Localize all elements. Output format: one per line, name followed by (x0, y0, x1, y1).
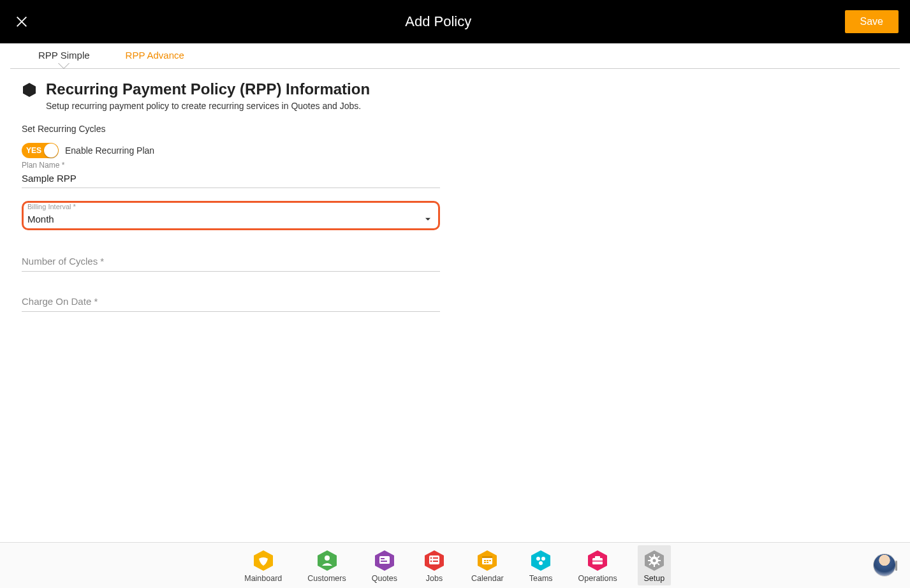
nav-jobs-label: Jobs (426, 574, 443, 583)
svg-rect-19 (484, 560, 486, 561)
svg-rect-37 (648, 560, 650, 561)
svg-marker-2 (23, 83, 36, 97)
form-area: Set Recurring Cycles YES Enable Recurrin… (22, 124, 440, 312)
shield-icon (252, 549, 275, 572)
document-icon (373, 549, 396, 572)
billing-interval-text: Month (27, 214, 54, 224)
svg-rect-9 (381, 561, 387, 562)
nav-customers-label: Customers (307, 574, 346, 583)
svg-marker-24 (531, 550, 550, 571)
cube-icon (22, 82, 37, 98)
close-button[interactable] (11, 11, 32, 32)
enable-recurring-toggle[interactable]: YES (22, 143, 59, 158)
nav-teams-label: Teams (529, 574, 553, 583)
svg-rect-18 (482, 556, 492, 558)
svg-rect-11 (429, 555, 439, 564)
nav-quotes[interactable]: Quotes (367, 545, 402, 585)
plan-name-label: Plan Name * (22, 161, 440, 170)
svg-rect-21 (489, 560, 491, 561)
svg-rect-36 (654, 564, 655, 567)
svg-rect-38 (658, 560, 661, 561)
section-subtitle: Setup recurring payment policy to create… (46, 101, 888, 111)
num-cycles-field[interactable]: Number of Cycles * (22, 249, 440, 272)
nav-teams[interactable]: Teams (524, 545, 558, 585)
svg-rect-23 (487, 562, 488, 563)
briefcase-icon (586, 549, 609, 572)
save-button[interactable]: Save (845, 10, 899, 33)
chevron-down-icon (425, 217, 430, 220)
content-area: Recurring Payment Policy (RPP) Informati… (0, 69, 910, 341)
billing-interval-highlight: Billing Interval * Month (22, 201, 440, 230)
nav-calendar[interactable]: Calendar (466, 545, 509, 585)
set-cycles-label: Set Recurring Cycles (22, 124, 440, 134)
toggle-knob (44, 143, 58, 158)
page-title: Add Policy (405, 13, 471, 30)
svg-point-5 (325, 555, 330, 561)
svg-point-25 (536, 557, 540, 561)
avatar[interactable] (873, 554, 896, 577)
nav-operations[interactable]: Operations (573, 545, 622, 585)
svg-rect-7 (379, 556, 390, 564)
toggle-label: Enable Recurring Plan (65, 145, 154, 156)
svg-rect-15 (433, 561, 438, 562)
num-cycles-label: Number of Cycles * (22, 256, 104, 267)
close-icon (15, 15, 29, 29)
svg-rect-30 (595, 556, 600, 559)
nav-setup[interactable]: Setup (638, 545, 671, 585)
plan-name-value: Sample RPP (22, 170, 440, 188)
svg-point-26 (541, 557, 545, 561)
svg-point-14 (430, 561, 432, 562)
billing-interval-value: Month (27, 211, 434, 226)
gear-icon (643, 549, 666, 572)
svg-point-34 (652, 559, 656, 562)
teams-icon (529, 549, 552, 572)
svg-point-12 (430, 557, 432, 559)
header-bar: Add Policy Save (0, 0, 910, 43)
toggle-row: YES Enable Recurring Plan (22, 143, 440, 158)
nav-jobs[interactable]: Jobs (418, 545, 451, 585)
nav-quotes-label: Quotes (372, 574, 397, 583)
billing-interval-field[interactable]: Billing Interval * Month (27, 203, 434, 226)
svg-rect-20 (487, 560, 488, 561)
svg-point-27 (539, 561, 543, 565)
svg-rect-31 (592, 561, 603, 562)
section-title: Recurring Payment Policy (RPP) Informati… (46, 80, 370, 98)
nav-operations-label: Operations (578, 574, 617, 583)
charge-date-label: Charge On Date * (22, 296, 98, 307)
tab-bar: RPP Simple RPP Advance (10, 43, 900, 69)
nav-customers[interactable]: Customers (302, 545, 351, 585)
nav-mainboard[interactable]: Mainboard (239, 545, 287, 585)
user-icon (316, 549, 339, 572)
section-header: Recurring Payment Policy (RPP) Informati… (22, 80, 888, 98)
charge-date-field[interactable]: Charge On Date * (22, 290, 440, 312)
nav-setup-label: Setup (643, 574, 664, 583)
tab-rpp-simple[interactable]: RPP Simple (20, 43, 108, 68)
nav-mainboard-label: Mainboard (244, 574, 282, 583)
billing-interval-label: Billing Interval * (27, 203, 434, 210)
list-icon (423, 549, 446, 572)
tab-rpp-advance[interactable]: RPP Advance (108, 43, 202, 68)
calendar-icon (476, 549, 499, 572)
svg-rect-22 (484, 562, 486, 563)
svg-rect-35 (654, 554, 655, 557)
svg-rect-13 (433, 557, 438, 559)
plan-name-field[interactable]: Plan Name * Sample RPP (22, 161, 440, 188)
bottom-nav: Mainboard Customers Quotes Jobs Calendar… (0, 542, 910, 588)
svg-rect-8 (381, 558, 385, 559)
nav-calendar-label: Calendar (471, 574, 504, 583)
toggle-state: YES (22, 146, 41, 155)
